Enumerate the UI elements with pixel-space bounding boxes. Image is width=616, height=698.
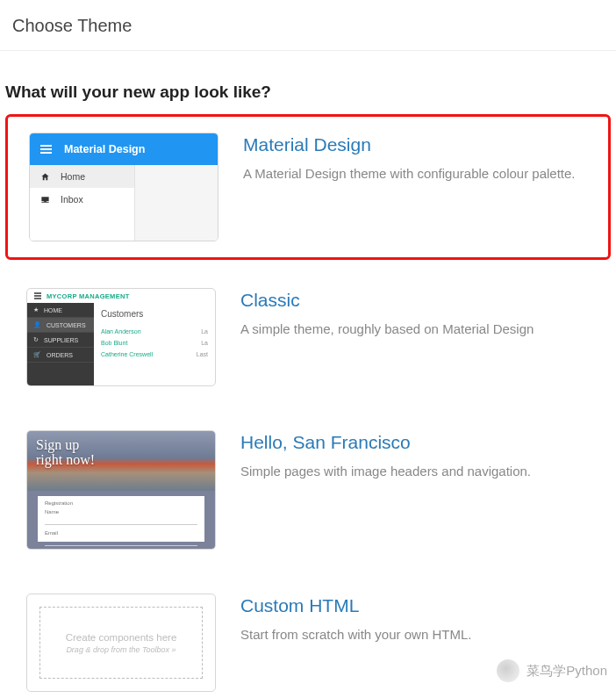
- star-icon: ★: [33, 306, 39, 313]
- preview-appbar-title: Material Design: [64, 143, 145, 155]
- form-field-label: Email: [45, 530, 197, 536]
- preview-nav-item: 🛒ORDERS: [27, 348, 94, 363]
- theme-title: Material Design: [243, 134, 587, 155]
- preview-hero-text: Sign up right now!: [36, 438, 95, 468]
- preview-panel-title: Customers: [101, 309, 208, 319]
- theme-options: Material Design Home Inbox: [0, 114, 616, 698]
- preview-form-area: Registration Name Email: [27, 491, 215, 550]
- home-icon: [40, 172, 50, 182]
- inbox-icon: [40, 195, 50, 205]
- preview-body: ★HOME 👤CUSTOMERS ↻SUPPLIERS 🛒ORDERS Cust…: [27, 303, 215, 386]
- wechat-icon: [497, 659, 519, 682]
- hamburger-icon: [40, 148, 52, 150]
- preview-nav-item: ↻SUPPLIERS: [27, 333, 94, 348]
- preview-sidenav: ★HOME 👤CUSTOMERS ↻SUPPLIERS 🛒ORDERS: [27, 303, 94, 386]
- refresh-icon: ↻: [33, 336, 39, 343]
- theme-thumbnail: MYCORP MANAGEMENT ★HOME 👤CUSTOMERS ↻SUPP…: [26, 288, 216, 386]
- preview-canvas: [135, 165, 218, 241]
- preview-nav-label: Home: [61, 171, 85, 182]
- theme-thumbnail: Create components here Drag & drop from …: [26, 594, 216, 692]
- preview-nav-item: ★HOME: [27, 303, 94, 318]
- preview-topbar: MYCORP MANAGEMENT: [27, 289, 215, 303]
- table-row: Alan AndersonLa: [101, 326, 208, 337]
- theme-title: Hello, San Francisco: [240, 432, 590, 453]
- cart-icon: 🛒: [33, 351, 41, 358]
- preview-mainpanel: Customers Alan AndersonLa Bob BluntLa Ca…: [94, 303, 215, 386]
- watermark-text: 菜鸟学Python: [526, 663, 607, 680]
- placeholder-line: Create components here: [66, 632, 177, 643]
- form-field: [45, 518, 197, 525]
- theme-thumbnail: Material Design Home Inbox: [29, 133, 218, 241]
- form-field: [45, 539, 197, 546]
- preview-sidenav: Home Inbox: [30, 165, 135, 241]
- form-header: Registration: [45, 500, 197, 506]
- dialog-title: Choose Theme: [12, 16, 132, 35]
- table-row: Bob BluntLa: [101, 337, 208, 349]
- table-row: Catherine CreswellLast: [101, 349, 208, 360]
- theme-option-material[interactable]: Material Design Home Inbox: [5, 114, 611, 260]
- theme-info: Classic A simple theme, roughly based on…: [240, 288, 590, 386]
- theme-info: Hello, San Francisco Simple pages with i…: [240, 430, 590, 550]
- theme-info: Material Design A Material Design theme …: [243, 133, 587, 241]
- preview-brand: MYCORP MANAGEMENT: [47, 292, 130, 300]
- preview-body: Home Inbox: [30, 165, 218, 241]
- preview-appbar: Material Design: [30, 133, 218, 165]
- preview-nav-item: Inbox: [30, 188, 134, 211]
- theme-description: Simple pages with image headers and navi…: [240, 462, 590, 481]
- theme-description: A Material Design theme with configurabl…: [243, 164, 587, 183]
- preview-hero-image: Sign up right now!: [27, 431, 215, 491]
- theme-description: Start from scratch with your own HTML.: [240, 625, 590, 644]
- preview-nav-label: Inbox: [61, 194, 83, 205]
- watermark: 菜鸟学Python: [497, 659, 607, 682]
- dialog-header: Choose Theme: [0, 0, 616, 51]
- theme-description: A simple theme, roughly based on Materia…: [240, 320, 590, 339]
- preview-nav-item: 👤CUSTOMERS: [27, 318, 94, 333]
- theme-option-hello-sf[interactable]: Sign up right now! Registration Name Ema…: [5, 414, 611, 565]
- theme-thumbnail: Sign up right now! Registration Name Ema…: [26, 430, 216, 550]
- section-question: What will your new app look like?: [0, 51, 616, 114]
- form-field-label: Name: [45, 509, 197, 515]
- user-icon: 👤: [33, 321, 41, 328]
- preview-drop-placeholder: Create components here Drag & drop from …: [39, 607, 203, 679]
- preview-form: Registration Name Email: [38, 496, 204, 542]
- hamburger-icon: [34, 295, 41, 297]
- placeholder-line: Drag & drop from the Toolbox »: [66, 645, 175, 654]
- preview-nav-item: Home: [30, 165, 134, 188]
- theme-title: Custom HTML: [240, 595, 590, 616]
- theme-option-classic[interactable]: MYCORP MANAGEMENT ★HOME 👤CUSTOMERS ↻SUPP…: [5, 272, 611, 402]
- theme-title: Classic: [240, 290, 590, 311]
